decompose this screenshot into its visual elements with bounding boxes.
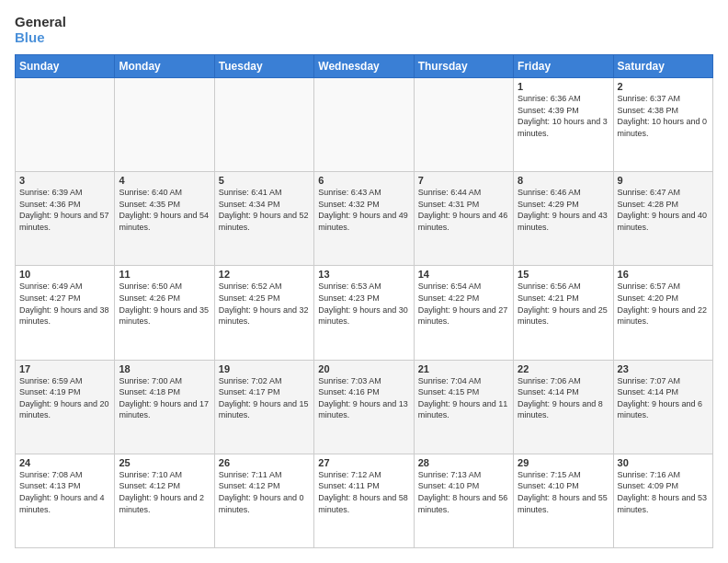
day-info: Sunrise: 7:16 AM Sunset: 4:09 PM Dayligh… xyxy=(618,469,709,515)
table-row: 21Sunrise: 7:04 AM Sunset: 4:15 PM Dayli… xyxy=(414,360,513,454)
table-row xyxy=(16,78,115,172)
table-row: 6Sunrise: 6:43 AM Sunset: 4:32 PM Daylig… xyxy=(314,172,414,266)
table-row: 8Sunrise: 6:46 AM Sunset: 4:29 PM Daylig… xyxy=(514,172,613,266)
table-row: 28Sunrise: 7:13 AM Sunset: 4:10 PM Dayli… xyxy=(414,454,513,547)
table-row xyxy=(414,78,513,172)
calendar-week-row: 10Sunrise: 6:49 AM Sunset: 4:27 PM Dayli… xyxy=(16,266,713,360)
table-row: 2Sunrise: 6:37 AM Sunset: 4:38 PM Daylig… xyxy=(613,78,712,172)
day-number: 4 xyxy=(119,175,210,186)
day-number: 29 xyxy=(518,457,609,468)
calendar-week-row: 3Sunrise: 6:39 AM Sunset: 4:36 PM Daylig… xyxy=(16,172,713,266)
table-row: 7Sunrise: 6:44 AM Sunset: 4:31 PM Daylig… xyxy=(414,172,513,266)
day-number: 5 xyxy=(219,175,310,186)
day-info: Sunrise: 7:04 AM Sunset: 4:15 PM Dayligh… xyxy=(418,375,509,421)
day-number: 30 xyxy=(618,457,709,468)
calendar-week-row: 1Sunrise: 6:36 AM Sunset: 4:39 PM Daylig… xyxy=(16,78,713,172)
calendar-header-row: Sunday Monday Tuesday Wednesday Thursday… xyxy=(16,55,713,78)
logo-general: General xyxy=(15,15,66,30)
day-number: 18 xyxy=(119,363,210,374)
table-row: 4Sunrise: 6:40 AM Sunset: 4:35 PM Daylig… xyxy=(115,172,214,266)
day-info: Sunrise: 6:56 AM Sunset: 4:21 PM Dayligh… xyxy=(518,281,609,327)
col-friday: Friday xyxy=(514,55,613,78)
table-row: 16Sunrise: 6:57 AM Sunset: 4:20 PM Dayli… xyxy=(613,266,712,360)
day-info: Sunrise: 6:52 AM Sunset: 4:25 PM Dayligh… xyxy=(219,281,310,327)
calendar-week-row: 24Sunrise: 7:08 AM Sunset: 4:13 PM Dayli… xyxy=(16,454,713,547)
col-sunday: Sunday xyxy=(16,55,115,78)
table-row: 26Sunrise: 7:11 AM Sunset: 4:12 PM Dayli… xyxy=(214,454,313,547)
table-row: 5Sunrise: 6:41 AM Sunset: 4:34 PM Daylig… xyxy=(214,172,313,266)
day-info: Sunrise: 7:08 AM Sunset: 4:13 PM Dayligh… xyxy=(19,469,110,515)
day-number: 6 xyxy=(318,175,409,186)
day-info: Sunrise: 6:50 AM Sunset: 4:26 PM Dayligh… xyxy=(119,281,210,327)
day-info: Sunrise: 6:44 AM Sunset: 4:31 PM Dayligh… xyxy=(418,187,509,233)
table-row: 10Sunrise: 6:49 AM Sunset: 4:27 PM Dayli… xyxy=(16,266,115,360)
logo-blue: Blue xyxy=(15,30,66,46)
day-number: 27 xyxy=(318,457,409,468)
day-info: Sunrise: 7:15 AM Sunset: 4:10 PM Dayligh… xyxy=(518,469,609,515)
table-row: 11Sunrise: 6:50 AM Sunset: 4:26 PM Dayli… xyxy=(115,266,214,360)
day-number: 10 xyxy=(19,269,110,280)
day-info: Sunrise: 7:07 AM Sunset: 4:14 PM Dayligh… xyxy=(618,375,709,421)
day-info: Sunrise: 7:10 AM Sunset: 4:12 PM Dayligh… xyxy=(119,469,210,515)
day-number: 9 xyxy=(618,175,709,186)
day-number: 25 xyxy=(119,457,210,468)
col-saturday: Saturday xyxy=(613,55,712,78)
day-number: 13 xyxy=(318,269,409,280)
day-info: Sunrise: 6:41 AM Sunset: 4:34 PM Dayligh… xyxy=(219,187,310,233)
table-row xyxy=(115,78,214,172)
day-info: Sunrise: 7:12 AM Sunset: 4:11 PM Dayligh… xyxy=(318,469,409,515)
day-number: 8 xyxy=(518,175,609,186)
day-number: 22 xyxy=(518,363,609,374)
day-number: 26 xyxy=(219,457,310,468)
table-row: 30Sunrise: 7:16 AM Sunset: 4:09 PM Dayli… xyxy=(613,454,712,547)
table-row: 20Sunrise: 7:03 AM Sunset: 4:16 PM Dayli… xyxy=(314,360,414,454)
table-row: 14Sunrise: 6:54 AM Sunset: 4:22 PM Dayli… xyxy=(414,266,513,360)
calendar-table: Sunday Monday Tuesday Wednesday Thursday… xyxy=(15,54,713,548)
col-tuesday: Tuesday xyxy=(214,55,313,78)
day-number: 24 xyxy=(19,457,110,468)
col-wednesday: Wednesday xyxy=(314,55,414,78)
table-row: 17Sunrise: 6:59 AM Sunset: 4:19 PM Dayli… xyxy=(16,360,115,454)
day-number: 20 xyxy=(318,363,409,374)
table-row xyxy=(314,78,414,172)
day-info: Sunrise: 6:36 AM Sunset: 4:39 PM Dayligh… xyxy=(518,93,609,139)
table-row: 25Sunrise: 7:10 AM Sunset: 4:12 PM Dayli… xyxy=(115,454,214,547)
page: General Blue General Blue Sunday Monday … xyxy=(0,0,728,563)
day-info: Sunrise: 6:59 AM Sunset: 4:19 PM Dayligh… xyxy=(19,375,110,421)
table-row xyxy=(214,78,313,172)
day-info: Sunrise: 6:49 AM Sunset: 4:27 PM Dayligh… xyxy=(19,281,110,327)
table-row: 29Sunrise: 7:15 AM Sunset: 4:10 PM Dayli… xyxy=(514,454,613,547)
col-thursday: Thursday xyxy=(414,55,513,78)
day-number: 2 xyxy=(618,81,709,92)
day-info: Sunrise: 7:13 AM Sunset: 4:10 PM Dayligh… xyxy=(418,469,509,515)
day-info: Sunrise: 6:47 AM Sunset: 4:28 PM Dayligh… xyxy=(618,187,709,233)
day-info: Sunrise: 7:11 AM Sunset: 4:12 PM Dayligh… xyxy=(219,469,310,515)
calendar-week-row: 17Sunrise: 6:59 AM Sunset: 4:19 PM Dayli… xyxy=(16,360,713,454)
day-info: Sunrise: 6:40 AM Sunset: 4:35 PM Dayligh… xyxy=(119,187,210,233)
day-number: 15 xyxy=(518,269,609,280)
day-info: Sunrise: 6:43 AM Sunset: 4:32 PM Dayligh… xyxy=(318,187,409,233)
table-row: 1Sunrise: 6:36 AM Sunset: 4:39 PM Daylig… xyxy=(514,78,613,172)
day-number: 7 xyxy=(418,175,509,186)
day-info: Sunrise: 6:57 AM Sunset: 4:20 PM Dayligh… xyxy=(618,281,709,327)
day-number: 12 xyxy=(219,269,310,280)
table-row: 3Sunrise: 6:39 AM Sunset: 4:36 PM Daylig… xyxy=(16,172,115,266)
day-info: Sunrise: 7:00 AM Sunset: 4:18 PM Dayligh… xyxy=(119,375,210,421)
table-row: 12Sunrise: 6:52 AM Sunset: 4:25 PM Dayli… xyxy=(214,266,313,360)
day-number: 14 xyxy=(418,269,509,280)
table-row: 15Sunrise: 6:56 AM Sunset: 4:21 PM Dayli… xyxy=(514,266,613,360)
day-info: Sunrise: 6:46 AM Sunset: 4:29 PM Dayligh… xyxy=(518,187,609,233)
day-info: Sunrise: 6:37 AM Sunset: 4:38 PM Dayligh… xyxy=(618,93,709,139)
day-info: Sunrise: 7:02 AM Sunset: 4:17 PM Dayligh… xyxy=(219,375,310,421)
day-number: 28 xyxy=(418,457,509,468)
day-number: 19 xyxy=(219,363,310,374)
day-number: 16 xyxy=(618,269,709,280)
table-row: 19Sunrise: 7:02 AM Sunset: 4:17 PM Dayli… xyxy=(214,360,313,454)
logo: General Blue General Blue xyxy=(15,15,66,45)
table-row: 18Sunrise: 7:00 AM Sunset: 4:18 PM Dayli… xyxy=(115,360,214,454)
table-row: 13Sunrise: 6:53 AM Sunset: 4:23 PM Dayli… xyxy=(314,266,414,360)
table-row: 9Sunrise: 6:47 AM Sunset: 4:28 PM Daylig… xyxy=(613,172,712,266)
day-number: 1 xyxy=(518,81,609,92)
day-info: Sunrise: 7:06 AM Sunset: 4:14 PM Dayligh… xyxy=(518,375,609,421)
header: General Blue General Blue xyxy=(15,15,713,45)
